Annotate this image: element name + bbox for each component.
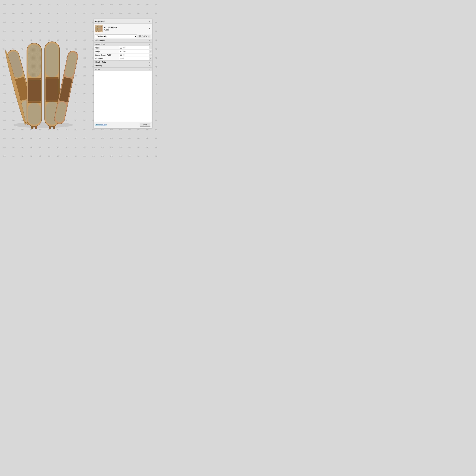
phasing-section-header[interactable]: Phasing » <box>94 64 152 68</box>
watermark-cell: RD <box>80 134 89 143</box>
watermark-cell: RD <box>98 0 107 9</box>
svg-rect-37 <box>99 29 101 31</box>
watermark-cell: RD <box>80 18 89 27</box>
watermark-cell: RD <box>27 152 36 161</box>
panel-titlebar: Properties × <box>94 19 152 23</box>
watermark-cell: RD <box>89 0 98 9</box>
watermark-cell: RD <box>36 134 45 143</box>
watermark-cell: RD <box>18 143 27 152</box>
watermark-cell: RD <box>107 143 116 152</box>
identity-data-section-header[interactable]: Identity Data » <box>94 60 152 64</box>
watermark-cell: RD <box>27 9 36 18</box>
svg-rect-32 <box>97 26 99 28</box>
svg-rect-10 <box>28 78 41 80</box>
watermark-cell: RD <box>152 134 161 143</box>
constraints-section-header[interactable]: Constraints » <box>94 39 152 43</box>
watermark-cell: RD <box>45 134 53 143</box>
watermark-cell: RD <box>152 143 161 152</box>
panel-empty-content <box>94 71 152 122</box>
dimensions-chevron: « <box>149 43 150 45</box>
watermark-cell: RD <box>9 9 18 18</box>
watermark-cell: RD <box>116 152 125 161</box>
svg-rect-9 <box>28 45 41 77</box>
prop-value-thickness[interactable]: 2.00 <box>119 57 149 60</box>
watermark-cell: RD <box>27 134 36 143</box>
watermark-cell: RD <box>98 143 107 152</box>
svg-rect-39 <box>139 35 140 36</box>
watermark-cell: RD <box>53 9 63 18</box>
watermark-cell: RD <box>152 116 161 125</box>
watermark-cell: RD <box>152 18 161 27</box>
watermark-cell: RD <box>152 63 161 71</box>
watermark-cell: RD <box>80 143 89 152</box>
svg-rect-17 <box>46 43 59 77</box>
prop-label-single-screen-width: Single Screen Width <box>94 53 119 56</box>
prop-value-angle[interactable]: 30.00° <box>119 46 149 49</box>
panel-close-button[interactable]: × <box>148 20 150 22</box>
dimension-row: Angle30.00°⋯ <box>94 46 152 50</box>
svg-rect-36 <box>99 26 101 28</box>
svg-rect-23 <box>53 126 55 129</box>
watermark-cell: RD <box>125 134 134 143</box>
watermark-cell: RD <box>45 143 53 152</box>
watermark-cell: RD <box>152 36 161 45</box>
watermark-cell: RD <box>18 152 27 161</box>
watermark-cell: RD <box>107 152 116 161</box>
panel-footer: Properties help Apply <box>94 122 152 128</box>
panel-title: Properties <box>95 20 104 22</box>
prop-small-btn-2[interactable]: ⋯ <box>149 53 152 56</box>
watermark-cell: RD <box>18 0 27 9</box>
constraints-chevron: » <box>149 40 150 42</box>
watermark-cell: RD <box>143 152 152 161</box>
watermark-cell: RD <box>89 134 98 143</box>
watermark-cell: RD <box>134 134 143 143</box>
watermark-cell: RD <box>152 107 161 116</box>
watermark-cell: RD <box>63 143 71 152</box>
watermark-cell: RD <box>89 143 98 152</box>
prop-value-single-screen-width[interactable]: 50.00 <box>119 53 149 56</box>
watermark-cell: RD <box>125 152 134 161</box>
svg-rect-38 <box>101 26 102 31</box>
watermark-cell: RD <box>143 9 152 18</box>
type-selector-dropdown[interactable]: Furniture (1) <box>95 34 137 38</box>
prop-value-height[interactable]: 160.00 <box>119 50 149 53</box>
watermark-cell: RD <box>18 134 27 143</box>
watermark-cell: RD <box>53 0 63 9</box>
watermark-cell: RD <box>125 143 134 152</box>
watermark-cell: RD <box>125 0 134 9</box>
dimensions-section-header[interactable]: Dimensions « <box>94 43 152 46</box>
item-name: RD_Screen 06 <box>104 26 148 29</box>
watermark-cell: RD <box>116 134 125 143</box>
watermark-cell: RD <box>53 143 63 152</box>
properties-help-link[interactable]: Properties help <box>95 124 107 126</box>
watermark-cell: RD <box>152 9 161 18</box>
edit-type-label: Edit Type <box>142 35 149 37</box>
svg-rect-34 <box>97 29 99 31</box>
svg-rect-18 <box>46 78 59 101</box>
watermark-cell: RD <box>45 18 53 27</box>
watermark-cell: RD <box>63 0 71 9</box>
apply-button[interactable]: Apply <box>140 123 150 127</box>
thumbnail-svg <box>95 25 102 32</box>
phasing-chevron: » <box>149 65 150 67</box>
edit-type-button[interactable]: Edit Type <box>137 35 150 38</box>
watermark-cell: RD <box>53 18 63 27</box>
header-dropdown-arrow[interactable]: ▾ <box>149 27 150 30</box>
prop-small-btn-0[interactable]: ⋯ <box>149 46 152 49</box>
watermark-cell: RD <box>71 152 80 161</box>
watermark-cell: RD <box>152 53 161 63</box>
watermark-cell: RD <box>63 152 71 161</box>
watermark-cell: RD <box>0 0 9 9</box>
watermark-cell: RD <box>98 152 107 161</box>
watermark-cell: RD <box>89 9 98 18</box>
other-section-header[interactable]: Other » <box>94 68 152 71</box>
watermark-cell: RD <box>63 9 71 18</box>
prop-small-btn-1[interactable]: ⋯ <box>149 50 152 53</box>
prop-small-btn-3[interactable]: ⋯ <box>149 57 152 60</box>
identity-data-label: Identity Data <box>95 61 106 63</box>
watermark-cell: RD <box>9 0 18 9</box>
watermark-cell: RD <box>53 152 63 161</box>
watermark-cell: RD <box>152 98 161 107</box>
watermark-cell: RD <box>152 125 161 134</box>
watermark-cell: RD <box>143 143 152 152</box>
